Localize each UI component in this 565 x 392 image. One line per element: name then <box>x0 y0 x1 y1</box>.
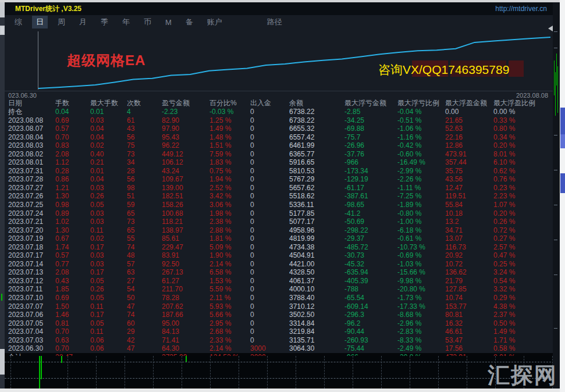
cell-8: -69.88 <box>344 124 397 133</box>
table-row: 2023.07.310.280.012843.240.75 %05810.53-… <box>5 167 553 176</box>
cell-4: 138.97 <box>162 226 209 235</box>
cell-2: 0.11 <box>90 327 127 336</box>
cell-9: -0.51 % <box>397 116 445 125</box>
cell-5: 2.38 % <box>209 218 250 226</box>
cell-3: 60 <box>127 319 162 328</box>
cell-9: -0.61 % <box>397 234 445 243</box>
tab-年[interactable]: 年 <box>118 16 134 28</box>
cell-0: 2023.07.10 <box>8 294 55 302</box>
cell-10: 46.61 <box>445 327 493 336</box>
tab-季[interactable]: 季 <box>97 16 112 28</box>
cell-9: -2.96 % <box>397 319 445 328</box>
tab-周[interactable]: 周 <box>54 16 69 28</box>
cell-0: 2023.07.24 <box>8 209 55 218</box>
cell-11: 最大浮盈比例 <box>493 99 552 108</box>
cell-5: 5.66 % <box>209 311 250 319</box>
cell-7: 5916.65 <box>289 158 344 167</box>
table-row: 2023.07.280.860.0456109.671.94 %05767.29… <box>5 175 553 184</box>
cell-3: 65 <box>127 226 162 235</box>
cell-0: 2023.07.20 <box>8 226 55 235</box>
cell-5: 1.53 % <box>209 277 250 286</box>
chart-date-axis: 023.06.30 2023.08.08 <box>5 91 553 99</box>
cell-3: 47 <box>127 344 162 353</box>
cell-2: 0.01 <box>90 108 127 116</box>
cell-10: 21.65 <box>445 116 493 125</box>
cell-9: -2.99 % <box>397 167 445 176</box>
cell-8: 最大浮亏金额 <box>344 99 397 108</box>
tab-账户[interactable]: 账户 <box>203 16 226 28</box>
cell-6: 0 <box>250 116 289 125</box>
cell-10: 43.56 <box>445 175 493 184</box>
cell-0: 2023.07.14 <box>8 260 55 269</box>
cell-8: -41.2 <box>344 209 397 218</box>
table-row: 2023.07.132.080.1763267.136.58 %04328.50… <box>5 268 553 277</box>
tab-综[interactable]: 综 <box>10 16 26 28</box>
vendor-url-link[interactable]: http://mtdriver.cn <box>495 5 547 13</box>
cell-9: -0.04 % <box>397 108 445 116</box>
cell-11: 1.49 % <box>493 327 552 336</box>
cell-3: 59 <box>127 201 162 209</box>
cell-7: 4819.99 <box>289 234 344 243</box>
cell-1: 0.89 <box>55 209 90 218</box>
tab-path[interactable]: 路径 <box>267 17 282 27</box>
cell-9: -2.49 % <box>397 344 445 353</box>
cell-4: 106.12 <box>162 158 209 167</box>
tab-备[interactable]: 备 <box>182 16 197 28</box>
cell-6: 0 <box>250 251 289 260</box>
table-row: 2023.07.120.430.052761.271.53 %04061.37-… <box>5 277 553 286</box>
cell-1: 0.81 <box>55 319 90 328</box>
cell-7: 3064.30 <box>289 344 344 353</box>
cell-4: 267.13 <box>162 268 209 277</box>
balance-chart: 超级网格EA 咨询VX/QQ1746395789 <box>5 29 553 91</box>
cell-4: 158.26 <box>162 201 209 209</box>
cell-2: 0.05 <box>90 294 127 302</box>
cell-6: 0 <box>250 311 289 319</box>
window-bottom-edge <box>0 389 560 392</box>
cell-7: 3135.71 <box>289 336 344 345</box>
cell-11: 6.10 % <box>493 158 552 167</box>
cell-7: 3788.40 <box>289 294 344 302</box>
cell-6: 0 <box>250 184 289 193</box>
tab-M[interactable]: M <box>161 17 176 28</box>
tab-月[interactable]: 月 <box>75 16 91 28</box>
cell-11: 0.34 % <box>493 133 552 142</box>
cell-11: 0.26 % <box>493 218 552 226</box>
cell-2: 0.04 <box>90 124 127 133</box>
panel-titlebar[interactable]: MTDriver统计 ,V3.25 http://mtdriver.cn <box>5 2 553 15</box>
cell-0: 2023.08.02 <box>8 150 55 159</box>
cell-11: 0.25 % <box>493 260 552 269</box>
cell-4: 92.50 <box>162 260 209 269</box>
cell-11: 1.71 % <box>493 336 552 345</box>
cell-11: 0.72 % <box>493 226 552 235</box>
cell-9: -10.73 % <box>397 243 445 252</box>
table-row: 2023.07.061.460.1774187.665.66 %03502.50… <box>5 311 553 319</box>
table-row: 2023.07.211.020.0373118.212.38 %05077.17… <box>5 218 553 226</box>
cell-0: 2023.07.18 <box>8 243 55 252</box>
cell-3: 63 <box>127 268 162 277</box>
tab-币[interactable]: 币 <box>140 16 155 28</box>
tab-日[interactable]: 日 <box>32 16 48 28</box>
cell-6: 0 <box>250 108 289 116</box>
underlying-chart-area: 汇探网 <box>5 356 560 389</box>
cell-0: 2023.07.05 <box>8 319 55 328</box>
cell-5: 0.75 % <box>209 167 250 176</box>
cell-6: 0 <box>250 277 289 286</box>
cell-6: 0 <box>250 302 289 311</box>
watermark-contact: 咨询VX/QQ1746395789 <box>378 62 509 78</box>
table-row: 2023.07.201.300.1165138.972.88 %04958.96… <box>5 226 553 235</box>
window-left-edge <box>0 2 5 392</box>
cell-8: -50.69 <box>344 218 397 226</box>
cell-11: 2.57 % <box>493 243 552 252</box>
cell-1: 2.08 <box>55 150 90 159</box>
table-row: 2023.07.111.850.2654211.705.59 %04000.10… <box>5 285 553 294</box>
window-right-edge <box>560 0 565 392</box>
cell-4: 78.28 <box>162 294 209 302</box>
cell-0: 2023.07.31 <box>8 167 55 176</box>
cell-6: 0 <box>250 209 289 218</box>
cell-9: -16.49 % <box>397 158 445 167</box>
cell-10: 21.79 <box>445 277 493 286</box>
cell-7: 3219.84 <box>289 327 344 336</box>
cell-6: 0 <box>250 201 289 209</box>
cell-4: 118.21 <box>162 218 209 226</box>
panel-title: MTDriver统计 ,V3.25 <box>15 4 81 14</box>
